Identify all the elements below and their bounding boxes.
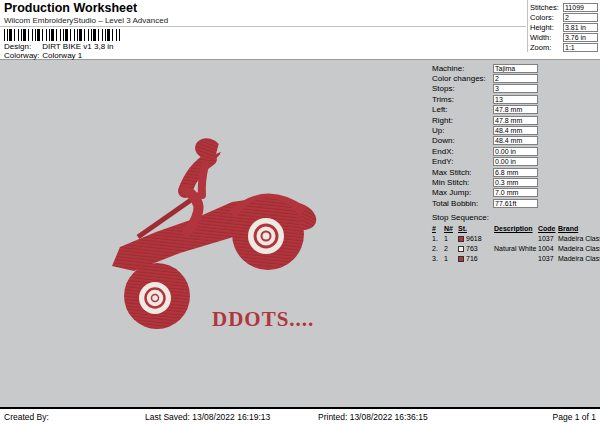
info-label: Trims: xyxy=(432,95,493,104)
thread-swatch xyxy=(458,246,464,252)
stock-number: 9618 xyxy=(466,235,482,242)
info-value: 47.8 mm xyxy=(493,105,538,114)
info-value: 0.00 in xyxy=(493,147,538,156)
seq-stock: 9618 xyxy=(458,234,494,244)
seq-num: 3. xyxy=(432,254,444,264)
info-value: 48.4 mm xyxy=(493,126,538,135)
created-by: Created By: xyxy=(4,412,49,422)
info-value: 3 xyxy=(493,84,538,93)
seq-needle: 1 xyxy=(444,254,458,264)
seq-num: 2. xyxy=(432,244,444,254)
last-saved: Last Saved: 13/08/2022 16:19:13 xyxy=(145,412,270,422)
seq-stock: 716 xyxy=(458,254,494,264)
stat-label: Width: xyxy=(530,33,563,42)
info-label: Left: xyxy=(432,105,493,114)
stat-value: 1:1 xyxy=(563,43,598,52)
colorway-row: Colorway: Colorway 1 xyxy=(4,51,82,60)
seq-code: 1037 xyxy=(538,234,558,244)
machine-info-row: EndX: 0.00 in xyxy=(432,146,598,156)
col-header-needle: N# xyxy=(444,224,458,234)
machine-info-row: Max Jump: 7.0 mm xyxy=(432,188,598,198)
seq-brand: Madeira Classic 40 xyxy=(558,244,600,254)
seq-description xyxy=(494,234,538,244)
info-value: 7.0 mm xyxy=(493,188,538,197)
front-hub xyxy=(139,282,171,314)
info-label: Color changes: xyxy=(432,74,493,83)
info-label: Min Stitch: xyxy=(432,178,493,187)
info-value: 2 xyxy=(493,74,538,83)
app-subtitle: Wilcom EmbroideryStudio – Level 3 Advanc… xyxy=(4,16,168,25)
seq-needle: 1 xyxy=(444,234,458,244)
info-label: Stops: xyxy=(432,84,493,93)
col-header-description: Description xyxy=(494,224,538,234)
design-row: Design: DIRT BIKE v1 3,8 in xyxy=(4,42,114,51)
machine-info-row: Color changes: 2 xyxy=(432,73,598,83)
design-label: Design: xyxy=(4,42,40,51)
info-value: Tajima xyxy=(493,64,538,73)
stock-number: 763 xyxy=(466,245,478,252)
design-name: DIRT BIKE v1 3,8 in xyxy=(42,42,113,51)
machine-info-row: Machine: Tajima xyxy=(432,63,598,73)
colorway-label: Colorway: xyxy=(4,51,40,60)
page-indicator: Page 1 of 1 xyxy=(553,412,596,422)
stat-row: Width: 3.76 in xyxy=(530,32,598,42)
stat-label: Height: xyxy=(530,23,563,32)
stat-row: Stitches: 11099 xyxy=(530,2,598,12)
machine-details-panel: Machine: Tajima Color changes: 2 Stops: … xyxy=(432,63,598,264)
stat-label: Zoom: xyxy=(530,43,563,52)
summary-stats: Stitches: 11099 Colors: 2 Height: 3.81 i… xyxy=(527,0,599,52)
stat-row: Height: 3.81 in xyxy=(530,22,598,32)
stop-sequence-table: # N# St. Description Code Brand 1. 1 961… xyxy=(432,224,598,264)
machine-info-row: EndY: 0.00 in xyxy=(432,157,598,167)
info-label: EndX: xyxy=(432,147,493,156)
stat-row: Zoom: 1:1 xyxy=(530,42,598,52)
stat-label: Stitches: xyxy=(530,3,563,12)
barcode xyxy=(4,29,120,41)
col-header-stock: St. xyxy=(458,224,494,234)
col-header-code: Code xyxy=(538,224,558,234)
stop-sequence-title: Stop Sequence: xyxy=(432,213,598,222)
info-value: 6.8 mm xyxy=(493,168,538,177)
seq-brand: Madeira Classic 40 xyxy=(558,254,600,264)
rear-hub xyxy=(248,218,284,254)
production-worksheet-page: { "header": { "title": "Production Works… xyxy=(0,0,600,424)
info-value: 0.3 mm xyxy=(493,178,538,187)
info-label: Right: xyxy=(432,116,493,125)
page-title: Production Worksheet xyxy=(4,1,137,15)
machine-info-row: Down: 48.4 mm xyxy=(432,136,598,146)
rider-leg xyxy=(186,190,199,231)
seq-code: 1037 xyxy=(538,254,558,264)
info-label: Max Stitch: xyxy=(432,168,493,177)
worksheet-header: Production Worksheet Wilcom EmbroiderySt… xyxy=(0,0,600,60)
header-divider xyxy=(0,26,526,27)
info-label: Max Jump: xyxy=(432,188,493,197)
seq-description: Natural White xyxy=(494,244,538,254)
col-header-num: # xyxy=(432,224,444,234)
embroidery-design-dirt-bike: DDOTS.... xyxy=(100,130,340,330)
machine-info-row: Max Stitch: 6.8 mm xyxy=(432,167,598,177)
info-label: Down: xyxy=(432,136,493,145)
stat-row: Colors: 2 xyxy=(530,12,598,22)
stat-value: 3.76 in xyxy=(563,33,598,42)
seq-num: 1. xyxy=(432,234,444,244)
printed-timestamp: Printed: 13/08/2022 16:36:15 xyxy=(318,412,428,422)
design-lettering: DDOTS.... xyxy=(212,307,314,330)
machine-info-row: Left: 47.8 mm xyxy=(432,105,598,115)
col-header-brand: Brand xyxy=(558,224,600,234)
machine-info-row: Trims: 13 xyxy=(432,94,598,104)
machine-info-row: Min Stitch: 0.3 mm xyxy=(432,177,598,187)
machine-info-row: Up: 48.4 mm xyxy=(432,125,598,135)
seq-stock: 763 xyxy=(458,244,494,254)
info-label: Total Bobbin: xyxy=(432,199,493,208)
machine-info-row: Right: 47.8 mm xyxy=(432,115,598,125)
seq-needle: 2 xyxy=(444,244,458,254)
colorway-name: Colorway 1 xyxy=(42,51,82,60)
thread-swatch xyxy=(458,236,464,242)
seq-code: 1004 xyxy=(538,244,558,254)
machine-info-row: Stops: 3 xyxy=(432,84,598,94)
info-value: 47.8 mm xyxy=(493,116,538,125)
info-label: Up: xyxy=(432,126,493,135)
info-value: 13 xyxy=(493,95,538,104)
info-label: EndY: xyxy=(432,157,493,166)
stat-value: 3.81 in xyxy=(563,23,598,32)
